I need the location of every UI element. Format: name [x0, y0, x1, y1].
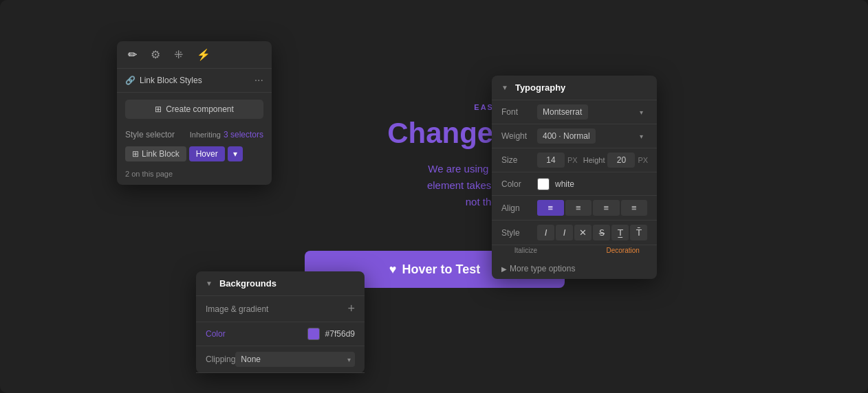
link-icon: 🔗 [125, 76, 135, 85]
selectors-count: 3 selectors [224, 130, 263, 139]
more-type-label: More type options [510, 264, 575, 273]
typography-section-header: ▼ Typography [492, 76, 657, 100]
pill-dropdown-arrow[interactable]: ▾ [228, 146, 243, 161]
bg-color-hex: #7f56d9 [325, 329, 355, 339]
inheriting-label: Inheriting [190, 131, 221, 139]
weight-select[interactable]: 400 · Normal [537, 128, 596, 144]
selector-pills: ⊞ Link Block Hover ▾ [117, 144, 272, 167]
hover-button-label: Hover to Test [402, 262, 481, 277]
panel-header-left: 🔗 Link Block Styles [125, 76, 202, 85]
style-buttons: I I ✕ S̶ T̲ T̄ [537, 225, 647, 240]
grid-icon: ⊞ [132, 149, 139, 159]
bg-color-row: Color #7f56d9 [196, 322, 365, 346]
height-label: Height [583, 156, 605, 164]
clipping-select-wrapper: None [235, 352, 355, 367]
align-row: Align ≡ ≡ ≡ ≡ [492, 196, 657, 221]
font-select[interactable]: Montserrat [537, 104, 588, 120]
font-select-wrapper: Montserrat [537, 104, 647, 120]
style-row: Style I I ✕ S̶ T̲ T̄ [492, 221, 657, 245]
pill-link-block[interactable]: ⊞ Link Block [125, 146, 186, 161]
bg-collapse-arrow-icon[interactable]: ▼ [206, 280, 213, 287]
height-unit: PX [638, 156, 648, 164]
bg-color-swatch[interactable] [307, 328, 320, 340]
color-name: white [555, 179, 574, 189]
color-label: Color [501, 179, 532, 189]
tab-settings[interactable]: ⚙ [144, 41, 167, 68]
color-row: Color white [492, 172, 657, 196]
font-label: Font [501, 107, 532, 117]
tab-bolt[interactable]: ⚡ [190, 41, 217, 68]
pill-hover[interactable]: Hover [189, 146, 225, 161]
font-row: Font Montserrat [492, 100, 657, 124]
tab-brush[interactable]: ✏ [121, 41, 144, 68]
style-labels-row: Italicize Decoration [492, 245, 657, 258]
underline-button[interactable]: T̲ [611, 225, 629, 240]
panel-header: 🔗 Link Block Styles ··· [117, 69, 272, 93]
panel-tabs: ✏ ⚙ ⁜ ⚡ [117, 41, 272, 69]
size-input[interactable] [537, 153, 565, 168]
align-justify-button[interactable]: ≡ [621, 200, 648, 216]
align-buttons: ≡ ≡ ≡ ≡ [537, 200, 647, 216]
overline-button[interactable]: T̄ [630, 225, 647, 240]
image-gradient-row: Image & gradient + [196, 296, 365, 322]
pill-hover-label: Hover [196, 149, 218, 159]
expand-icon: ▶ [501, 265, 507, 273]
color-swatch[interactable] [537, 178, 550, 190]
canvas-area: EASY TO CREATE Change SVG Color We are u… [0, 0, 868, 393]
decoration-label: Decoration [598, 247, 647, 254]
bg-color-label: Color [206, 329, 226, 339]
link-block-panel: ✏ ⚙ ⁜ ⚡ 🔗 Link Block Styles ··· ⊞ Create… [117, 41, 272, 185]
align-label: Align [501, 203, 532, 213]
add-gradient-button[interactable]: + [347, 302, 355, 316]
heart-icon: ♥ [389, 262, 397, 277]
image-gradient-label: Image & gradient [206, 304, 268, 314]
clipping-label: Clipping [206, 355, 235, 364]
weight-label: Weight [501, 131, 532, 141]
component-icon: ⊞ [155, 104, 162, 114]
backgrounds-panel: ▼ Backgrounds Image & gradient + Color #… [196, 271, 365, 373]
typography-title: Typography [515, 82, 565, 93]
create-component-label: Create component [166, 104, 234, 114]
backgrounds-section-header: ▼ Backgrounds [196, 271, 365, 296]
size-label: Size [501, 155, 532, 165]
italic2-button[interactable]: I [556, 225, 573, 240]
collapse-arrow-icon[interactable]: ▼ [501, 84, 508, 91]
italicize-label: Italicize [501, 247, 550, 254]
italic-button[interactable]: I [537, 225, 554, 240]
backgrounds-title: Backgrounds [219, 278, 276, 289]
on-page-text: 2 on this page [117, 167, 272, 185]
clipping-select[interactable]: None [235, 352, 355, 367]
style-label: Style [501, 228, 532, 238]
typography-panel: ▼ Typography Font Montserrat Weight 400 … [492, 76, 657, 279]
style-selector-label: Style selector [125, 130, 175, 139]
color-picker-row: white [537, 178, 647, 190]
strikethrough-button[interactable]: ✕ [574, 225, 592, 240]
weight-row: Weight 400 · Normal [492, 124, 657, 148]
weight-select-wrapper: 400 · Normal [537, 128, 647, 144]
clipping-row: Clipping None [196, 346, 365, 373]
bg-color-picker: #7f56d9 [307, 328, 355, 340]
pill-link-block-label: Link Block [142, 149, 180, 159]
height-input[interactable] [607, 153, 635, 168]
more-type-options[interactable]: ▶ More type options [492, 258, 657, 279]
panel-title: Link Block Styles [140, 76, 202, 85]
align-left-button[interactable]: ≡ [537, 200, 564, 216]
size-unit: PX [567, 156, 578, 164]
align-center-button[interactable]: ≡ [565, 200, 592, 216]
more-options-button[interactable]: ··· [254, 74, 263, 87]
align-right-button[interactable]: ≡ [593, 200, 620, 216]
style-selector-row: Style selector Inheriting 3 selectors [117, 126, 272, 144]
strikethrough2-button[interactable]: S̶ [593, 225, 610, 240]
create-component-button[interactable]: ⊞ Create component [125, 100, 263, 119]
size-row: Size PX Height PX [492, 148, 657, 172]
tab-drops[interactable]: ⁜ [167, 41, 190, 68]
